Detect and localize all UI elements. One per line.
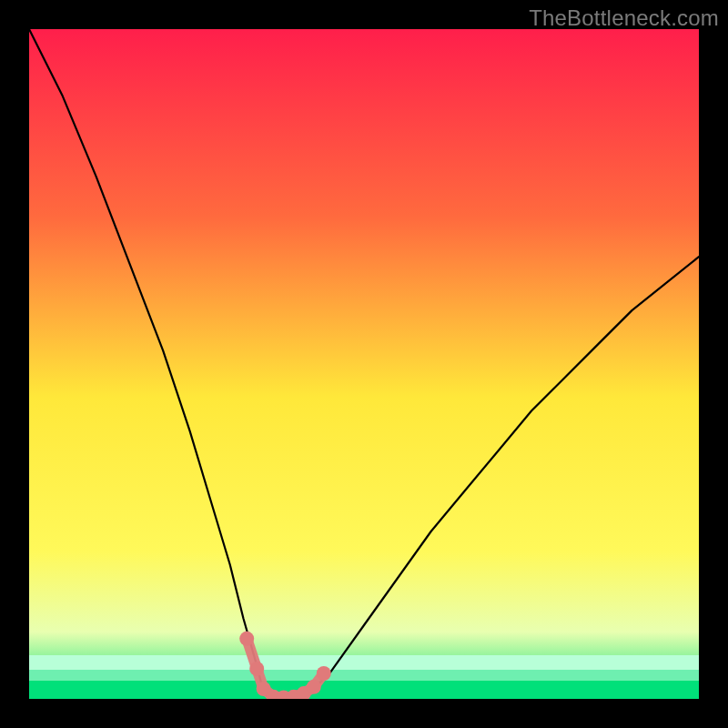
marker-dot — [239, 632, 254, 646]
chart-frame: TheBottleneck.com — [0, 0, 728, 728]
plot-area — [29, 29, 699, 699]
band-green — [29, 681, 699, 699]
band-pale-green — [29, 655, 699, 670]
watermark-label: TheBottleneck.com — [529, 5, 719, 31]
plot-svg — [29, 29, 699, 699]
marker-dot — [307, 680, 321, 694]
band-mid-green — [29, 670, 699, 681]
marker-dot — [249, 662, 264, 676]
plot-background-gradient — [29, 29, 699, 699]
marker-dot — [317, 666, 331, 681]
